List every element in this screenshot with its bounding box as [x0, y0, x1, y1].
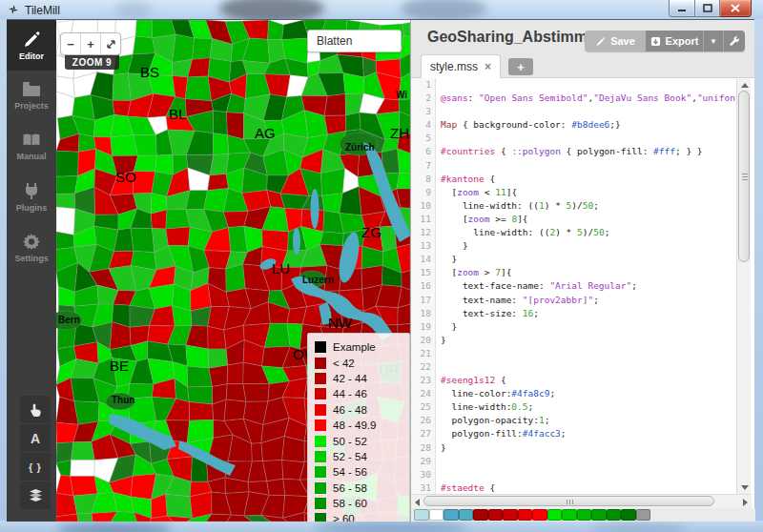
- line-number: 6: [411, 145, 431, 158]
- vertical-scrollbar[interactable]: [736, 79, 751, 494]
- legend-label: 52 - 54: [333, 451, 367, 462]
- legend-label: < 42: [333, 358, 355, 369]
- code-line: #seeng1s12 {: [441, 374, 744, 387]
- thumb-grip: [742, 176, 748, 177]
- tab-bar: style.mss × +: [421, 55, 533, 78]
- save-button[interactable]: Save: [585, 31, 646, 51]
- palette-swatch[interactable]: [503, 509, 518, 521]
- sidebar-item-manual[interactable]: Manual: [7, 121, 56, 172]
- line-number: 14: [411, 253, 431, 266]
- map-search-input[interactable]: Blatten: [307, 30, 402, 52]
- line-number: 11: [411, 213, 431, 226]
- code-line: [441, 132, 744, 145]
- code-line: polygon-opacity:1;: [441, 414, 744, 427]
- legend-row: 48 - 49.9: [315, 418, 402, 433]
- palette-swatch[interactable]: [459, 509, 474, 521]
- panel-header: GeoSharing_Abstimmung Save Export ▼: [411, 20, 754, 78]
- sidebar-item-label: Manual: [16, 152, 46, 161]
- tab-close-icon[interactable]: ×: [485, 60, 491, 73]
- sidebar-item-plugins[interactable]: Plugins: [7, 172, 56, 222]
- zoom-in-button[interactable]: +: [81, 33, 101, 54]
- code-line: [441, 347, 744, 360]
- thumb-grip: [569, 500, 570, 504]
- code-line: [441, 468, 744, 481]
- palette-swatch[interactable]: [562, 509, 577, 521]
- code-line: [441, 455, 744, 468]
- fullscreen-button[interactable]: [101, 33, 120, 54]
- map-canvas[interactable]: BSBLAGSOZHWiZürichZGLULuzernNWOWURBEBern…: [56, 20, 410, 522]
- legend-row: < 42: [315, 355, 402, 370]
- sidebar-item-settings[interactable]: Settings: [7, 222, 56, 273]
- layers-tool-button[interactable]: [20, 481, 51, 509]
- wallpaper-blob: [114, 2, 153, 19]
- scroll-left-arrow[interactable]: [415, 499, 420, 506]
- legend-color-swatch: [315, 419, 326, 431]
- maximize-button[interactable]: [695, 0, 720, 17]
- palette-swatch[interactable]: [473, 509, 488, 521]
- palette-swatch[interactable]: [443, 509, 459, 521]
- legend-label: 56 - 58: [333, 482, 367, 494]
- add-tab-button[interactable]: +: [508, 58, 533, 75]
- code-editor[interactable]: 1234567891011121314151617181920212223242…: [411, 78, 744, 494]
- svg-text:ZG: ZG: [361, 224, 382, 240]
- sidebar-item-projects[interactable]: Projects: [7, 71, 56, 121]
- horizontal-scroll-thumb[interactable]: [423, 496, 714, 506]
- close-button[interactable]: [720, 0, 752, 17]
- code-line: Map { background-color: #b8dee6;}: [441, 118, 744, 132]
- code-line: [441, 105, 744, 118]
- window-border: [0, 521, 763, 532]
- export-button[interactable]: Export: [646, 31, 703, 51]
- carto-reference-tool-button[interactable]: { }: [20, 453, 51, 481]
- legend-row: 50 - 52: [315, 433, 402, 448]
- legend-label: 44 - 46: [333, 388, 367, 399]
- palette-swatch[interactable]: [547, 509, 563, 521]
- palette-swatch[interactable]: [532, 509, 547, 521]
- pan-hand-tool-button[interactable]: [20, 396, 51, 423]
- book-icon: [21, 132, 42, 149]
- palette-swatch[interactable]: [621, 509, 636, 521]
- palette-swatch[interactable]: [591, 509, 607, 521]
- line-number: 1: [411, 78, 431, 92]
- svg-text:AG: AG: [255, 125, 276, 141]
- code-line: [441, 159, 744, 173]
- vertical-scroll-thumb[interactable]: [738, 91, 750, 262]
- zoom-out-button[interactable]: −: [61, 33, 81, 54]
- palette-swatch[interactable]: [414, 509, 429, 521]
- search-value: Blatten: [308, 34, 352, 48]
- palette-swatch[interactable]: [488, 509, 504, 521]
- line-number: 17: [411, 294, 431, 307]
- palette-swatch[interactable]: [636, 509, 651, 521]
- svg-text:BE: BE: [110, 358, 129, 374]
- fonts-tool-button[interactable]: A: [20, 424, 51, 452]
- sidebar-item-label: Settings: [14, 254, 49, 263]
- palette-swatch[interactable]: [577, 509, 592, 521]
- horizontal-scrollbar[interactable]: [411, 494, 752, 508]
- scroll-up-arrow[interactable]: [741, 83, 749, 88]
- palette-swatch[interactable]: [607, 509, 622, 521]
- code-line: #countries { ::polygon { polygon-fill: #…: [441, 145, 744, 158]
- legend-color-swatch: [315, 513, 326, 522]
- scroll-down-arrow[interactable]: [741, 485, 749, 490]
- window-titlebar: TileMill: [0, 0, 763, 19]
- scroll-right-arrow[interactable]: [743, 499, 748, 506]
- line-number: 4: [411, 118, 431, 132]
- code-line: [zoom >= 8]{: [441, 213, 744, 226]
- line-number: 31: [411, 481, 431, 494]
- line-number: 24: [411, 387, 431, 400]
- palette-swatch[interactable]: [518, 509, 533, 521]
- project-settings-button[interactable]: [723, 31, 745, 51]
- line-number: 9: [411, 186, 431, 199]
- legend-label: Example: [333, 341, 376, 353]
- export-dropdown-button[interactable]: ▼: [703, 31, 723, 51]
- legend-label: 50 - 52: [333, 436, 367, 447]
- sidebar-item-editor[interactable]: Editor: [7, 20, 56, 71]
- code-content[interactable]: @sans: "Open Sans Semibold","DejaVu Sans…: [436, 78, 744, 494]
- color-swatch-bar: [411, 508, 755, 522]
- legend-label: 48 - 49.9: [333, 419, 376, 431]
- pencil-icon: [22, 30, 41, 49]
- minimize-button[interactable]: [669, 0, 695, 17]
- legend-row: 54 - 56: [315, 464, 402, 480]
- tab-style-mss[interactable]: style.mss ×: [421, 54, 501, 78]
- palette-swatch[interactable]: [429, 509, 444, 521]
- save-button-label: Save: [610, 35, 635, 47]
